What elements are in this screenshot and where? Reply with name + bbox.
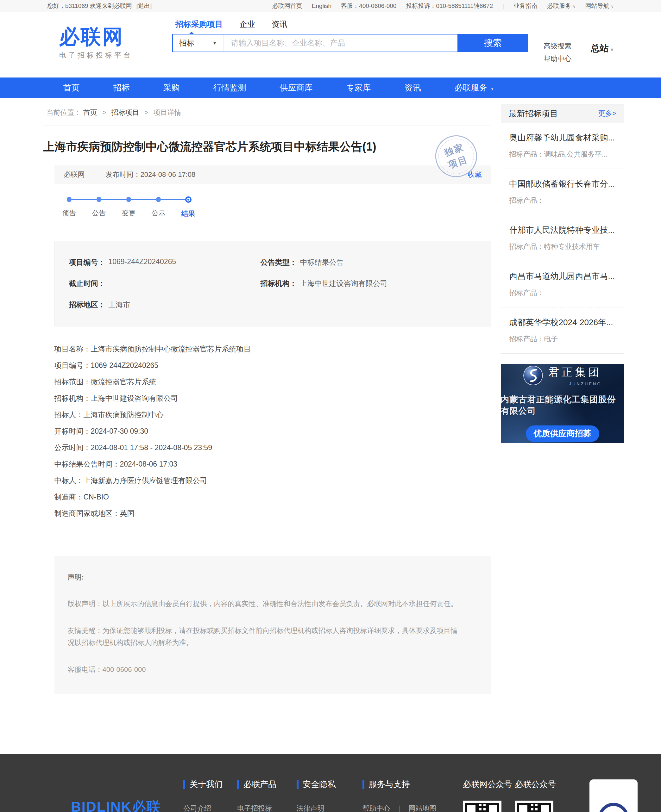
footer-col-support: 服务与支持 帮助中心 ｜ 网站地图 核心供应商查询 机电产品国际招标电子交易证书…	[362, 779, 463, 812]
footer-col-products: 必联产品 电子招投标 诚信投 专家库	[237, 779, 296, 812]
footer-col-about: 关于我们 公司介绍 联系我们 友情链接	[183, 779, 237, 812]
list-item[interactable]: 中国邮政储蓄银行长春市分... 招标产品：	[501, 169, 624, 215]
footer-pipe: ｜	[396, 804, 403, 812]
tab-news[interactable]: 资讯	[271, 19, 287, 34]
summary-region: 招标地区： 上海市	[69, 300, 260, 310]
breadcrumb-section-link[interactable]: 招标项目	[112, 108, 139, 116]
detail-manufacturer: 制造商：CN-BIO	[54, 492, 491, 502]
footer-link-company-intro[interactable]: 公司介绍	[183, 804, 237, 812]
step-forecast: 预告	[54, 196, 84, 218]
chevron-down-icon: ∨	[611, 4, 614, 9]
search-button[interactable]: 搜索	[458, 34, 528, 52]
nav-item-supplier-library[interactable]: 供应商库	[263, 82, 330, 93]
disclaimer-reminder: 友情提醒：为保证您能够顺利投标，请在投标或购买招标文件前向招标代理机构或招标人咨…	[68, 625, 460, 649]
footer-link-legal-notice[interactable]: 法律声明	[297, 804, 362, 812]
step-dot-icon	[126, 197, 131, 202]
supplier-recruit-button[interactable]: 优质供应商招募	[526, 425, 599, 442]
footer-cert-badge: · · · EBS CQC 电子招投标交易平台认证	[589, 779, 637, 812]
ad-brand-name-en: JUNZHENG	[549, 382, 602, 386]
summary-project-number: 项目编号： 1069-244Z20240265	[69, 258, 260, 267]
step-dot-icon	[97, 197, 101, 202]
nav-item-services[interactable]: 必联服务 ▾	[438, 82, 510, 93]
search-input[interactable]	[224, 35, 457, 52]
footer-link-sitemap[interactable]: 网站地图	[409, 804, 436, 812]
publish-time: 2024-08-06 17:08	[141, 170, 196, 179]
step-active-dot-icon	[185, 196, 192, 203]
nav-item-news[interactable]: 资讯	[388, 82, 438, 93]
disclaimer-phone: 客服电话：400-0606-000	[68, 664, 460, 676]
search-field: 招标 ▼	[172, 34, 458, 52]
publish-time-label: 发布时间：	[106, 170, 141, 179]
nav-item-expert-library[interactable]: 专家库	[330, 82, 388, 93]
detail-manufacturer-country: 制造商国家或地区：英国	[54, 509, 491, 519]
bidlink-logo: BIDLINK必联	[71, 798, 183, 812]
footer-link-help-center[interactable]: 帮助中心	[362, 804, 390, 812]
footer-link-ebidding[interactable]: 电子招投标	[237, 804, 296, 812]
complaint-phone: 投标投诉：010-58851111转8672	[406, 2, 493, 10]
junzheng-logo-icon	[523, 366, 543, 385]
breadcrumb-current: 项目详情	[153, 108, 181, 116]
ebs-cqc-certificate[interactable]: · · · EBS CQC	[589, 779, 637, 812]
site-logo[interactable]: 必联网 电子招标投标平台	[59, 27, 133, 60]
step-announcement: 公告	[84, 196, 114, 218]
list-item[interactable]: 西昌市马道幼儿园西昌市马... 招标产品：	[501, 261, 624, 307]
footer-qr-bidlink-official: 必联公众号 必联 扫一扫，加入必联	[515, 779, 577, 812]
business-guide-link[interactable]: 业务指南	[514, 2, 538, 10]
latest-projects-panel: 最新招标项目 更多> 奥山府馨予幼儿园食材采购... 招标产品：调味品,公共服务…	[501, 104, 624, 353]
topbar: 您好，b311069 欢迎来到必联网 [退出] 必联网首页 English 客服…	[0, 0, 661, 12]
list-item[interactable]: 奥山府馨予幼儿园食材采购... 招标产品：调味品,公共服务平...	[501, 123, 624, 169]
bidlink-services-menu[interactable]: 必联服务∨	[547, 2, 576, 10]
step-dot-icon	[156, 197, 161, 202]
nav-item-home[interactable]: 首页	[46, 82, 97, 93]
help-center-link[interactable]: 帮助中心	[544, 53, 572, 65]
breadcrumb-separator: >	[144, 108, 148, 116]
progress-steps: 预告 公告 变更 公示	[54, 196, 203, 227]
user-greeting: 您好，b311069 欢迎来到必联网	[47, 2, 132, 10]
breadcrumb: 当前位置： 首页 > 招标项目 > 项目详情	[43, 104, 491, 126]
qr-code-image: 必联网	[463, 801, 501, 812]
detail-winner: 中标人：上海新嘉万序医疗供应链管理有限公司	[54, 476, 491, 486]
step-result: 结果	[174, 196, 203, 218]
more-link[interactable]: 更多>	[598, 109, 616, 118]
project-details: 项目名称：上海市疾病预防控制中心微流控器官芯片系统项目 项目编号：1069-24…	[54, 344, 491, 519]
site-nav-menu[interactable]: 网站导航∨	[585, 2, 614, 10]
breadcrumb-separator: >	[102, 108, 106, 116]
search-category-select[interactable]: 招标 ▼	[173, 35, 224, 52]
footer-brand: BIDLINK必联 招标采购 · 先知先行	[71, 779, 183, 812]
disclaimer-box: 声明: 版权声明：以上所展示的信息由会员自行提供，内容的真实性、准确性和合法性由…	[54, 556, 491, 694]
nav-item-bidding[interactable]: 招标	[97, 82, 147, 93]
caret-down-icon: ▼	[212, 40, 217, 46]
topbar-divider: |	[502, 3, 504, 10]
detail-agency: 招标机构：上海中世建设咨询有限公司	[54, 393, 491, 403]
advanced-search-link[interactable]: 高级搜索	[544, 40, 572, 53]
topbar-home-link[interactable]: 必联网首页	[272, 2, 302, 10]
logout-link[interactable]: [退出]	[136, 2, 152, 10]
logo-text: 必联网	[59, 27, 133, 47]
project-summary-box: 项目编号： 1069-244Z20240265 公告类型： 中标结果公告 截止时…	[54, 241, 491, 326]
summary-agency: 招标机构： 上海中世建设咨询有限公司	[260, 279, 477, 288]
detail-project-name: 项目名称：上海市疾病预防控制中心微流控器官芯片系统项目	[54, 344, 491, 354]
header: 必联网 电子招标投标平台 招标采购项目 企业 资讯 招标 ▼ 搜索	[0, 12, 661, 78]
step-dot-icon	[67, 197, 72, 202]
detail-opening-time: 开标时间：2024-07-30 09:30	[54, 427, 491, 436]
footer: BIDLINK必联 招标采购 · 先知先行 关于我们 公司介绍 联系我们 友情链…	[0, 754, 661, 812]
breadcrumb-home-link[interactable]: 首页	[83, 108, 97, 116]
tab-companies[interactable]: 企业	[239, 19, 255, 34]
publish-source: 必联网	[64, 170, 85, 179]
footer-qr-bidlink-wechat: 必联网公众号 必联网 扫一扫，商机无限	[463, 779, 515, 812]
nav-item-market-monitor[interactable]: 行情监测	[196, 82, 263, 93]
footer-col-privacy: 安全隐私 法律声明 隐私声明 服务条例	[297, 779, 362, 812]
topbar-english-link[interactable]: English	[312, 3, 331, 10]
nav-item-procurement[interactable]: 采购	[147, 82, 196, 93]
chevron-down-icon: ∨	[573, 4, 576, 9]
summary-announcement-type: 公告类型： 中标结果公告	[260, 258, 477, 267]
logo-slogan: 电子招标投标平台	[59, 51, 133, 60]
list-item[interactable]: 成都英华学校2024-2026年... 招标产品：电子	[501, 307, 624, 353]
qr-code-image: 必联	[515, 801, 553, 812]
page-title: 上海市疾病预防控制中心微流控器官芯片系统项目中标结果公告(1)	[43, 139, 491, 155]
tab-bidding-projects[interactable]: 招标采购项目	[176, 19, 223, 34]
detail-result-time: 中标结果公告时间：2024-08-06 17:03	[54, 459, 491, 469]
caret-down-icon: ▾	[491, 87, 493, 91]
station-selector[interactable]: 总站∨	[591, 42, 614, 54]
list-item[interactable]: 什邡市人民法院特种专业技... 招标产品：特种专业技术用车	[501, 215, 624, 261]
